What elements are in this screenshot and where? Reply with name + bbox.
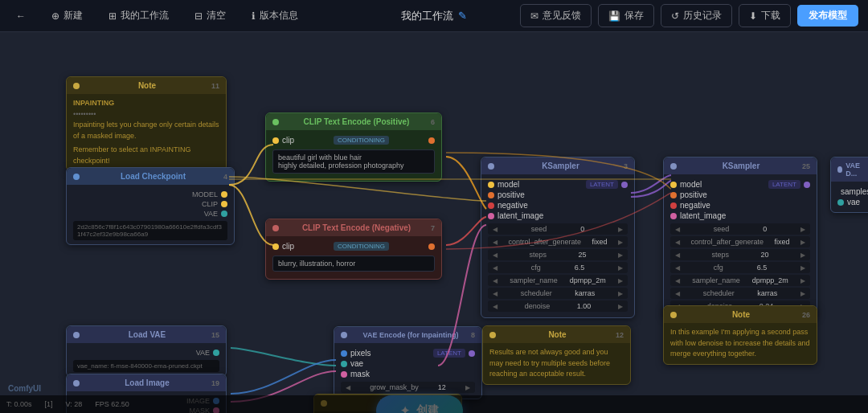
ksampler25-body: model positive negative latent_image LAT… [664,174,817,317]
node-ksampler-25: KSampler 25 model positive negative late… [663,157,817,318]
vae-dec-header: VAE D... [831,157,868,182]
clip-pos-text[interactable]: beautiful girl with blue hair highly det… [272,149,435,174]
note-11-body: INPAINTING ••••••••• Inpainting lets you… [67,94,226,170]
version-button[interactable]: ℹ 版本信息 [245,6,305,26]
ksampler3-body: model positive negative latent_image LAT… [481,174,634,317]
node-note-12: Note 12 Results are not always good and … [482,325,631,385]
clip-pos-body: clip CONDITIONING beautiful girl with bl… [266,130,441,181]
history-button[interactable]: ↺ 历史记录 [661,4,732,27]
node-note-11: Note 11 INPAINTING ••••••••• Inpainting … [66,76,227,171]
node-clip-neg: CLIP Text Encode (Negative) 7 clip CONDI… [265,219,442,280]
clear-button[interactable]: ⊟ 清空 [188,6,232,26]
workflow-button[interactable]: ⊞ 我的工作流 [102,6,175,26]
history-icon: ↺ [671,10,679,22]
note-dot [73,83,80,89]
page-title: 我的工作流 ✎ [401,9,467,23]
vae-enc-body: pixels vae mask LATENT ◀ grow_mask_by 12… [334,343,481,399]
new-button[interactable]: ⊕ 新建 [45,6,89,26]
comfyui-label: ComfyUI [8,384,41,393]
workflow-icon: ⊞ [108,10,117,22]
node-clip-pos: CLIP Text Encode (Positive) 6 clip CONDI… [265,112,442,182]
vae-enc-header: VAE Encode (for Inpainting) 8 [334,327,481,343]
note-12-body: Results are not always good and you may … [483,343,630,384]
node-ksampler-3: KSampler 3 model positive negative laten… [481,157,635,318]
clip-neg-header: CLIP Text Encode (Negative) 7 [266,219,441,236]
topbar: ← ⊕ 新建 ⊞ 我的工作流 ⊟ 清空 ℹ 版本信息 我的工作流 ✎ ✉ 意见反… [0,0,868,32]
clip-neg-body: clip CONDITIONING blurry, illustration, … [266,236,441,279]
note-11-header: Note 11 [67,77,226,94]
feedback-icon: ✉ [530,10,538,22]
node-vae-encode: VAE Encode (for Inpainting) 8 pixels vae… [334,326,482,399]
load-vae-header: Load VAE 15 [67,326,226,343]
feedback-button[interactable]: ✉ 意见反馈 [520,4,592,27]
load-vae-body: VAE vae_name: fl-mse-840000-ema-pruned.c… [67,343,226,376]
clip-pos-header: CLIP Text Encode (Positive) 6 [266,113,441,130]
bottombar: T: 0.00s [1] V: 28 FPS 62.50 [0,395,868,413]
node-note-26: Note 26 In this example I'm applying a s… [663,305,817,365]
back-button[interactable]: ← [10,7,32,25]
load-img-header: Load Image 19 [67,374,226,391]
download-icon: ⬇ [749,10,757,22]
node-load-vae: Load VAE 15 VAE vae_name: fl-mse-840000-… [66,325,227,377]
canvas[interactable]: Note 11 INPAINTING ••••••••• Inpainting … [0,32,868,413]
ksampler3-header: KSampler 3 [481,157,634,174]
save-button[interactable]: 💾 保存 [598,4,654,27]
note-26-body: In this example I'm applying a second pa… [664,323,817,364]
note-26-header: Note 26 [664,306,817,323]
save-icon: 💾 [608,10,620,22]
publish-button[interactable]: 发布模型 [797,5,858,27]
node-load-checkpoint: Load Checkpoint 4 MODEL CLIP VAE 2d2c856… [66,167,235,245]
new-icon: ⊕ [51,10,59,22]
back-icon: ← [16,10,26,22]
checkpoint-body: MODEL CLIP VAE 2d2c856c7f8f1c643c0790198… [67,185,234,244]
vae-dec-body: samples vae [831,182,868,212]
checkpoint-header: Load Checkpoint 4 [67,168,234,185]
clear-icon: ⊟ [194,10,203,22]
ksampler25-header: KSampler 25 [664,157,817,174]
clip-neg-text[interactable]: blurry, illustration, horror [272,256,435,272]
note-12-header: Note 12 [483,326,630,343]
download-button[interactable]: ⬇ 下载 [739,4,791,27]
edit-icon[interactable]: ✎ [458,10,467,22]
info-icon: ℹ [252,10,256,22]
node-vae-decode: VAE D... samples vae [830,157,868,213]
